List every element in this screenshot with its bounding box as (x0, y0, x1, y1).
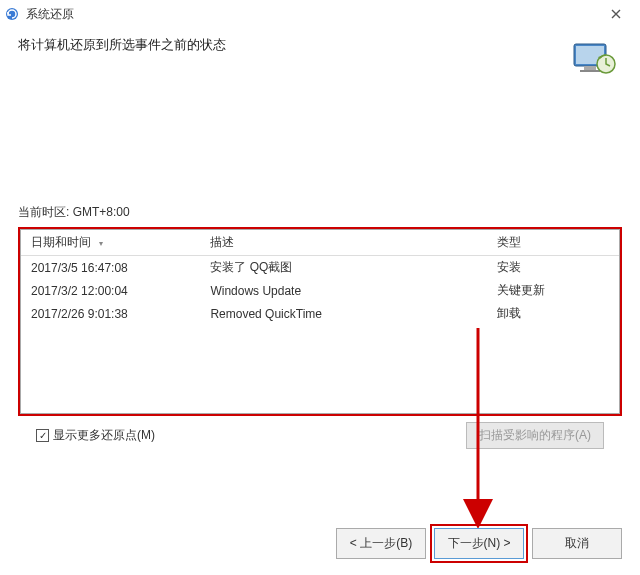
scan-affected-button: 扫描受影响的程序(A) (466, 422, 604, 449)
col-type[interactable]: 类型 (487, 230, 619, 256)
cancel-button[interactable]: 取消 (532, 528, 622, 559)
table-row[interactable]: 2017/2/26 9:01:38 Removed QuickTime 卸载 (21, 302, 619, 325)
col-desc[interactable]: 描述 (200, 230, 487, 256)
svg-rect-4 (580, 70, 600, 72)
page-heading: 将计算机还原到所选事件之前的状态 (18, 36, 570, 54)
back-button[interactable]: < 上一步(B) (336, 528, 426, 559)
table-row[interactable]: 2017/3/5 16:47:08 安装了 QQ截图 安装 (21, 256, 619, 280)
restore-points-table[interactable]: 日期和时间▾ 描述 类型 2017/3/5 16:47:08 安装了 QQ截图 … (21, 230, 619, 413)
heading-row: 将计算机还原到所选事件之前的状态 (0, 28, 640, 92)
restore-points-highlight: 日期和时间▾ 描述 类型 2017/3/5 16:47:08 安装了 QQ截图 … (18, 227, 622, 416)
sort-down-icon: ▾ (99, 239, 103, 248)
next-button[interactable]: 下一步(N) > (434, 528, 524, 559)
titlebar: 系统还原 (0, 0, 640, 28)
checkbox-label: 显示更多还原点(M) (53, 427, 155, 444)
window-title: 系统还原 (26, 6, 596, 23)
show-more-checkbox[interactable]: ✓ 显示更多还原点(M) (36, 427, 155, 444)
timezone-label: 当前时区: GMT+8:00 (18, 204, 622, 221)
table-row[interactable]: 2017/3/2 12:00:04 Windows Update 关键更新 (21, 279, 619, 302)
close-icon (611, 9, 621, 19)
wizard-footer: < 上一步(B) 下一步(N) > 取消 (336, 528, 622, 559)
checkbox-icon: ✓ (36, 429, 49, 442)
svg-rect-3 (584, 66, 596, 70)
restore-monitor-icon (570, 36, 618, 84)
table-empty-space (21, 325, 619, 413)
timezone-value: GMT+8:00 (73, 205, 130, 219)
close-button[interactable] (596, 0, 636, 28)
system-restore-icon (4, 6, 20, 22)
col-date[interactable]: 日期和时间▾ (21, 230, 200, 256)
table-header-row: 日期和时间▾ 描述 类型 (21, 230, 619, 256)
